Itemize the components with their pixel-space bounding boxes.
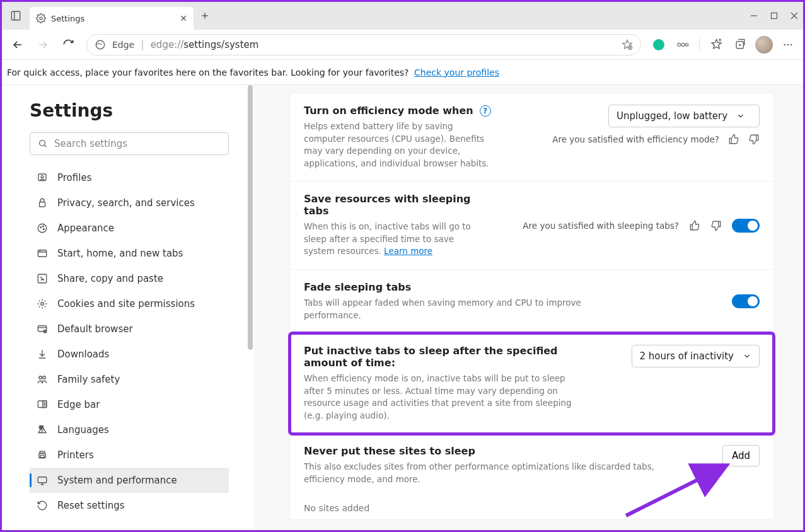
sidebar-item-default-browser[interactable]: Default browser bbox=[30, 316, 229, 342]
settings-nav-list: ProfilesPrivacy, search, and servicesApp… bbox=[30, 165, 229, 518]
thumbs-up-icon[interactable] bbox=[689, 220, 700, 231]
close-tab-icon[interactable]: ✕ bbox=[180, 13, 187, 23]
sidebar-item-system-and-performance[interactable]: System and performance bbox=[30, 468, 229, 493]
nav-label: System and performance bbox=[57, 475, 177, 486]
svg-point-12 bbox=[40, 141, 45, 146]
sleeping-desc: When this is on, inactive tabs will go t… bbox=[304, 221, 482, 258]
svg-point-18 bbox=[43, 226, 44, 227]
sidebar-item-languages[interactable]: 字Languages bbox=[30, 417, 229, 442]
sidebar-item-reset-settings[interactable]: Reset settings bbox=[30, 493, 229, 518]
never-sleep-title: Never put these sites to sleep bbox=[304, 445, 697, 457]
svg-text:字: 字 bbox=[39, 425, 43, 431]
nav-icon bbox=[36, 349, 49, 360]
svg-rect-2 bbox=[772, 13, 777, 19]
nav-label: Edge bar bbox=[57, 399, 100, 410]
efficiency-feedback-text: Are you satisfied with efficiency mode? bbox=[552, 134, 719, 144]
thumbs-down-icon[interactable] bbox=[710, 220, 722, 231]
sidebar-item-downloads[interactable]: Downloads bbox=[30, 342, 229, 367]
sidebar-item-printers[interactable]: Printers bbox=[30, 442, 229, 468]
sidebar-item-family-safety[interactable]: Family safety bbox=[30, 367, 229, 392]
sleep-timeout-select[interactable]: 2 hours of inactivity bbox=[632, 345, 760, 367]
add-site-button[interactable]: Add bbox=[722, 445, 760, 466]
nav-label: Profiles bbox=[57, 172, 91, 183]
sidebar-item-start-home-and-new-tabs[interactable]: Start, home, and new tabs bbox=[30, 241, 229, 266]
sleeping-title: Save resources with sleeping tabs bbox=[304, 193, 482, 217]
settings-sidebar: Settings ProfilesPrivacy, search, and se… bbox=[2, 85, 254, 530]
sidebar-item-share-copy-and-paste[interactable]: Share, copy and paste bbox=[30, 266, 229, 291]
favorites-bar-hint: For quick access, place your favorites h… bbox=[2, 60, 803, 85]
refresh-button[interactable] bbox=[57, 34, 79, 55]
svg-point-14 bbox=[41, 176, 43, 178]
svg-point-1 bbox=[40, 17, 42, 20]
close-window-icon[interactable] bbox=[791, 12, 798, 20]
sleep-timeout-title: Put inactive tabs to sleep after the spe… bbox=[304, 345, 581, 369]
efficiency-title: Turn on efficiency mode when ? bbox=[304, 105, 540, 117]
svg-rect-15 bbox=[40, 202, 45, 207]
minimize-icon[interactable] bbox=[750, 12, 758, 20]
back-button[interactable] bbox=[7, 34, 28, 55]
sidebar-item-cookies-and-site-permissions[interactable]: Cookies and site permissions bbox=[30, 291, 229, 316]
nav-label: Share, copy and paste bbox=[57, 273, 163, 284]
sleep-timeout-desc: When efficiency mode is on, inactive tab… bbox=[304, 373, 583, 422]
favorites-icon[interactable] bbox=[706, 35, 726, 55]
sidebar-item-privacy-search-and-services[interactable]: Privacy, search, and services bbox=[30, 190, 229, 216]
nav-label: Start, home, and new tabs bbox=[57, 248, 183, 259]
svg-point-11 bbox=[791, 43, 792, 45]
sidebar-item-appearance[interactable]: Appearance bbox=[30, 216, 229, 241]
svg-rect-33 bbox=[38, 477, 47, 483]
sidebar-scrollbar[interactable] bbox=[246, 85, 254, 530]
nav-icon bbox=[36, 449, 49, 461]
svg-rect-31 bbox=[40, 451, 45, 453]
vertical-tabs-icon[interactable] bbox=[2, 10, 30, 21]
nav-label: Appearance bbox=[57, 223, 114, 234]
address-prefix: Edge bbox=[112, 40, 134, 50]
svg-point-25 bbox=[39, 376, 42, 379]
favorite-star-icon[interactable] bbox=[622, 39, 633, 50]
nav-icon bbox=[36, 273, 49, 284]
fade-toggle[interactable] bbox=[732, 294, 760, 308]
grammarly-extension-icon[interactable] bbox=[649, 35, 669, 55]
nav-icon bbox=[36, 323, 49, 335]
svg-rect-0 bbox=[11, 11, 20, 20]
nav-icon bbox=[36, 197, 49, 209]
gear-icon bbox=[36, 13, 46, 23]
svg-rect-20 bbox=[38, 250, 47, 257]
nav-label: Cookies and site permissions bbox=[57, 298, 195, 309]
browser-tab[interactable]: Settings ✕ bbox=[30, 7, 194, 30]
svg-rect-32 bbox=[40, 455, 44, 458]
never-sleep-row: Never put these sites to sleep This also… bbox=[290, 434, 773, 497]
nav-label: Languages bbox=[57, 424, 109, 436]
svg-point-22 bbox=[41, 303, 44, 306]
new-tab-button[interactable] bbox=[200, 11, 210, 21]
forward-button[interactable] bbox=[32, 34, 54, 55]
sleeping-tabs-toggle[interactable] bbox=[732, 219, 760, 233]
help-icon[interactable]: ? bbox=[480, 105, 491, 117]
sidebar-item-edge-bar[interactable]: Edge bar bbox=[30, 392, 229, 417]
sleep-timeout-row: Put inactive tabs to sleep after the spe… bbox=[290, 333, 773, 434]
learn-more-link[interactable]: Learn more bbox=[384, 246, 432, 256]
address-url: edge://settings/system bbox=[151, 39, 259, 50]
svg-point-5 bbox=[678, 43, 681, 46]
check-profiles-link[interactable]: Check your profiles bbox=[414, 67, 499, 78]
sleeping-feedback-text: Are you satisfied with sleeping tabs? bbox=[523, 221, 679, 231]
search-settings-input[interactable] bbox=[54, 138, 221, 149]
svg-point-6 bbox=[681, 43, 685, 46]
chevron-down-icon bbox=[743, 352, 751, 361]
nav-icon bbox=[36, 500, 49, 511]
chevron-down-icon bbox=[736, 112, 745, 120]
search-settings-box[interactable] bbox=[30, 132, 229, 155]
nav-label: Reset settings bbox=[57, 500, 125, 511]
window-titlebar: Settings ✕ bbox=[2, 2, 803, 30]
efficiency-mode-select[interactable]: Unplugged, low battery bbox=[608, 105, 760, 127]
svg-point-19 bbox=[43, 229, 44, 230]
profile-avatar[interactable] bbox=[754, 35, 774, 55]
thumbs-down-icon[interactable] bbox=[748, 134, 760, 145]
more-menu-icon[interactable] bbox=[778, 35, 798, 55]
sidebar-item-profiles[interactable]: Profiles bbox=[30, 165, 229, 190]
address-bar[interactable]: Edge | edge://settings/system bbox=[86, 34, 641, 55]
thumbs-up-icon[interactable] bbox=[728, 134, 739, 145]
extension-icon[interactable] bbox=[673, 35, 693, 55]
nav-label: Printers bbox=[57, 449, 94, 461]
collections-icon[interactable] bbox=[730, 35, 750, 55]
maximize-icon[interactable] bbox=[770, 12, 778, 20]
